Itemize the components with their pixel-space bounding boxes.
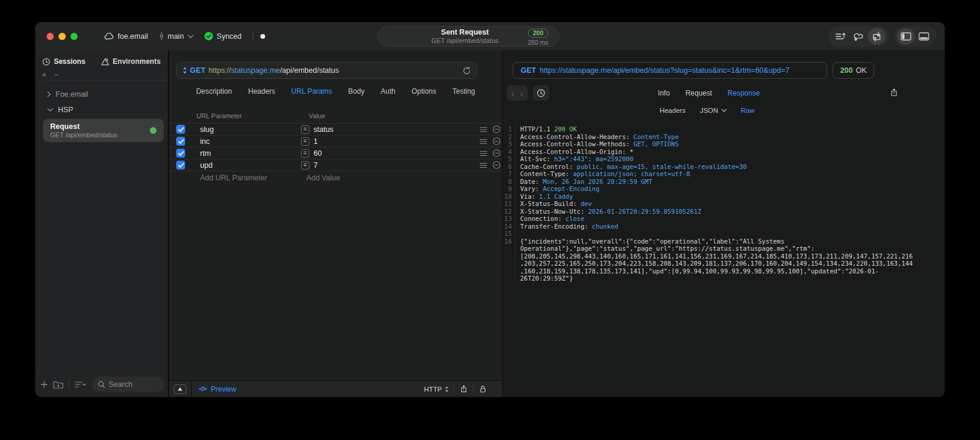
reorder-icon[interactable] [480,127,487,133]
search-input[interactable] [109,380,158,389]
sent-request-summary[interactable]: Sent Request GET /api/embed/status 200 2… [377,26,560,47]
response-status-code: 200 [840,66,853,75]
param-name[interactable]: rtm [200,149,211,158]
sidebar-tab-sessions[interactable]: Sessions [42,57,85,66]
subtab-label: JSON [700,107,718,114]
zoom-window-button[interactable] [70,33,78,40]
param-value-text: 7 [314,161,318,170]
chevron-right-icon [47,91,51,97]
refresh-icon[interactable] [463,66,471,75]
param-name[interactable]: slug [200,125,214,134]
response-header-line: 6Cache-Control: public, max-age=15, stal… [503,163,945,171]
header-value: * [629,148,633,155]
sidebar-tab-environments[interactable]: Environments [101,57,161,66]
titlebar-separator [253,32,253,41]
response-subtab-raw[interactable]: Raw [741,107,755,114]
request-duration: 280 ms [524,39,552,46]
method-stepper-icon[interactable] [183,67,187,74]
add-session-button[interactable]: + [42,70,47,79]
header-value: close [566,215,585,222]
remove-row-icon[interactable] [493,149,500,157]
column-header-value: Value [309,112,325,119]
request-tabs: DescriptionHeadersURL ParamsBodyAuthOpti… [169,87,502,96]
add-param-row[interactable]: Add URL Parameter Add Value [169,171,502,184]
add-item-button[interactable] [41,381,48,388]
param-checkbox[interactable] [176,161,185,170]
param-value[interactable]: =1 [301,137,318,146]
response-header-line: 2Access-Control-Allow-Headers: Content-T… [503,133,945,141]
tree-item-foe-email[interactable]: Foe.email [40,87,168,102]
branch-chip[interactable]: main [155,29,197,43]
param-checkbox[interactable] [176,149,185,158]
header-value: dev [580,200,592,207]
tab-url-params[interactable]: URL Params [291,87,332,96]
tree-item-hsp[interactable]: HSP [40,102,168,118]
response-subtab-json[interactable]: JSON [700,107,727,114]
collapse-panel-button[interactable] [174,384,186,394]
reorder-icon[interactable] [480,150,487,156]
param-value[interactable]: =7 [301,161,318,170]
response-tab-response[interactable]: Response [727,89,760,97]
remove-row-icon[interactable] [493,161,500,169]
request-url-bar[interactable]: GET https://statuspage.me/api/embed/stat… [176,62,477,79]
response-subtab-headers[interactable]: Headers [659,107,685,114]
remove-session-button[interactable]: − [54,70,59,79]
tab-description[interactable]: Description [196,87,232,96]
response-tab-info[interactable]: Info [658,89,670,97]
preview-button[interactable]: </> Preview [199,385,236,393]
remove-row-icon[interactable] [493,137,500,145]
lock-icon[interactable] [479,384,487,393]
tab-options[interactable]: Options [411,87,436,96]
subtab-label: Headers [659,107,685,114]
reorder-icon[interactable] [480,139,487,144]
param-name[interactable]: inc [200,137,210,146]
sort-filter-button[interactable] [75,381,87,388]
remove-row-icon[interactable] [493,125,500,133]
header-value: Content-Type [634,133,679,140]
share-icon[interactable] [890,88,898,97]
add-param-value-placeholder[interactable]: Add Value [306,174,340,182]
tab-testing[interactable]: Testing [453,87,475,96]
close-window-button[interactable] [47,33,54,40]
sidebar-toggle-button[interactable] [897,28,915,45]
param-value[interactable]: =60 [301,149,322,158]
param-checkbox[interactable] [176,125,185,134]
add-param-name-placeholder[interactable]: Add URL Parameter [200,174,267,182]
response-url: https://statuspage.me/api/embed/status?s… [540,66,789,75]
header-line-text: Date: Mon, 26 Jan 2026 20:29:59 GMT [515,178,652,186]
response-tab-request[interactable]: Request [686,89,712,97]
project-chip[interactable]: foe.email [100,30,152,43]
protocol-selector[interactable]: HTTP [424,386,448,393]
request-method[interactable]: GET [190,66,205,75]
share-icon[interactable] [460,384,468,393]
import-swap-button[interactable] [868,28,886,45]
code-icon: </> [199,386,207,392]
equals-icon: = [301,161,309,170]
request-list-item-selected[interactable]: Request GET /api/embed/status [43,119,164,142]
equals-icon: = [301,137,309,146]
titlebar: foe.email main Synced [35,22,945,50]
stepper-arrows-icon [445,386,448,392]
param-checkbox[interactable] [176,137,185,146]
response-header-line: 8Date: Mon, 26 Jan 2026 20:29:59 GMT [503,178,945,186]
minimize-window-button[interactable] [59,33,66,40]
tab-auth[interactable]: Auth [380,87,395,96]
request-url[interactable]: https://statuspage.me/api/embed/status [208,66,339,75]
response-header-line: 13Connection: close [503,215,945,223]
history-clock-icon [42,58,50,66]
sync-loop-button[interactable] [850,28,868,45]
export-lines-button[interactable] [832,28,850,45]
tab-headers[interactable]: Headers [248,87,275,96]
header-line-text: Content-Type: application/json; charset=… [515,170,690,178]
sync-status-chip[interactable]: Synced [201,29,245,43]
record-dot-icon[interactable] [260,34,265,39]
new-folder-button[interactable] [53,380,63,389]
sidebar-search[interactable] [92,377,164,392]
param-name[interactable]: upd [200,161,213,170]
bottom-panel-toggle-button[interactable] [915,28,933,45]
reorder-icon[interactable] [480,162,487,168]
line-number: 5 [503,155,515,163]
param-value[interactable]: =status [301,125,333,134]
line-number: 10 [503,193,515,201]
tab-body[interactable]: Body [348,87,364,96]
